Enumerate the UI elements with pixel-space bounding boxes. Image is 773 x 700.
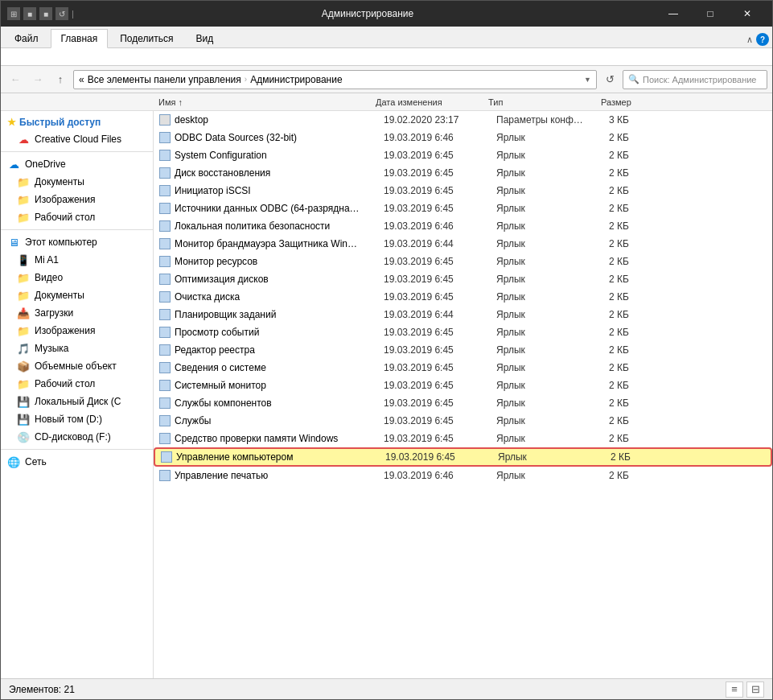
sidebar-item-onedrive[interactable]: ☁ OneDrive bbox=[1, 155, 153, 173]
sidebar-item-cd-drive[interactable]: 💿 CD-дисковод (F:) bbox=[1, 428, 153, 446]
up-button[interactable]: ↑ bbox=[51, 70, 70, 89]
table-row[interactable]: Оптимизация дисков19.03.2019 6:45Ярлык2 … bbox=[154, 270, 772, 288]
file-icon bbox=[158, 113, 171, 126]
table-row[interactable]: Средство проверки памяти Windows19.03.20… bbox=[154, 430, 772, 447]
table-row[interactable]: System Configuration19.03.2019 6:45Ярлык… bbox=[154, 146, 772, 164]
explorer-window: ⊞ ■ ■ ↺ | Администрирование — □ ✕ Файл Г… bbox=[0, 0, 773, 700]
close-button[interactable]: ✕ bbox=[729, 1, 766, 27]
file-icon bbox=[158, 361, 171, 374]
file-name: Планировщик заданий bbox=[175, 309, 384, 320]
file-icon bbox=[158, 149, 171, 162]
phone-icon: 📱 bbox=[17, 253, 30, 266]
col-name-header[interactable]: Имя ↑ bbox=[158, 97, 376, 107]
file-type: Ярлык bbox=[496, 185, 609, 196]
sidebar-item-local-disk[interactable]: 💾 Локальный Диск (С bbox=[1, 393, 153, 410]
detail-view-button[interactable]: ⊟ bbox=[746, 681, 764, 698]
sidebar-item-volume-d[interactable]: 💾 Новый том (D:) bbox=[1, 410, 153, 428]
window-title: Администрирование bbox=[80, 8, 655, 19]
table-row[interactable]: Службы компонентов19.03.2019 6:45Ярлык2 … bbox=[154, 394, 772, 412]
file-name: Просмотр событий bbox=[175, 327, 384, 338]
table-row[interactable]: Системный монитор19.03.2019 6:45Ярлык2 К… bbox=[154, 377, 772, 394]
file-icon bbox=[160, 451, 173, 463]
sidebar-item-images[interactable]: 📁 Изображения bbox=[1, 322, 153, 340]
file-icon bbox=[158, 202, 171, 215]
refresh-button[interactable]: ↺ bbox=[600, 70, 619, 89]
tab-view[interactable]: Вид bbox=[185, 29, 224, 47]
table-row[interactable]: Управление печатью19.03.2019 6:46Ярлык2 … bbox=[154, 467, 772, 484]
col-type-header[interactable]: Тип bbox=[488, 97, 601, 107]
address-admin: Администрирование bbox=[250, 74, 342, 85]
table-row[interactable]: ODBC Data Sources (32-bit)19.03.2019 6:4… bbox=[154, 129, 772, 146]
folder-icon-desktop2: 📁 bbox=[17, 377, 30, 390]
quick-access-label: Быстрый доступ bbox=[19, 117, 101, 128]
tab-share[interactable]: Поделиться bbox=[109, 29, 183, 47]
table-row[interactable]: Службы19.03.2019 6:45Ярлык2 КБ bbox=[154, 412, 772, 430]
minimize-button[interactable]: — bbox=[655, 1, 692, 27]
file-date: 19.03.2019 6:45 bbox=[384, 274, 496, 285]
documents-label: Документы bbox=[35, 290, 84, 301]
sidebar-item-3d-objects[interactable]: 📦 Объемные объект bbox=[1, 357, 153, 375]
file-icon bbox=[158, 184, 171, 197]
help-icon[interactable]: ? bbox=[756, 33, 769, 46]
table-row[interactable]: Управление компьютером19.03.2019 6:45Ярл… bbox=[154, 447, 772, 467]
file-icon bbox=[158, 167, 171, 179]
list-view-button[interactable]: ≡ bbox=[726, 681, 743, 698]
table-row[interactable]: Локальная политика безопасности19.03.201… bbox=[154, 217, 772, 235]
table-row[interactable]: Планировщик заданий19.03.2019 6:44Ярлык2… bbox=[154, 306, 772, 323]
documents-od-label: Документы bbox=[35, 176, 84, 187]
col-date-header[interactable]: Дата изменения bbox=[376, 97, 488, 107]
sidebar-item-this-pc[interactable]: 🖥 Этот компьютер bbox=[1, 233, 153, 251]
table-row[interactable]: Редактор реестра19.03.2019 6:45Ярлык2 КБ bbox=[154, 341, 772, 359]
sidebar-item-quick-access[interactable]: ★ Быстрый доступ bbox=[1, 114, 153, 130]
address-bar[interactable]: « Все элементы панели управления › Админ… bbox=[73, 70, 597, 89]
sidebar-item-network[interactable]: 🌐 Сеть bbox=[1, 453, 153, 471]
table-row[interactable]: Сведения о системе19.03.2019 6:45Ярлык2 … bbox=[154, 359, 772, 377]
file-type: Параметры конф… bbox=[496, 114, 609, 126]
sidebar-item-music[interactable]: 🎵 Музыка bbox=[1, 340, 153, 357]
this-pc-label: Этот компьютер bbox=[25, 237, 97, 248]
col-size-header[interactable]: Размер bbox=[601, 97, 665, 107]
search-box[interactable]: 🔍 Поиск: Администрирование bbox=[623, 70, 767, 89]
col-name-sort-icon: ↑ bbox=[178, 97, 183, 107]
app-icon: ⊞ bbox=[7, 7, 20, 20]
tab-home[interactable]: Главная bbox=[51, 29, 109, 48]
file-date: 19.03.2019 6:45 bbox=[384, 433, 496, 444]
file-date: 19.03.2019 6:45 bbox=[384, 380, 496, 391]
downloads-icon: 📥 bbox=[17, 307, 30, 319]
file-type: Ярлык bbox=[496, 397, 609, 409]
table-row[interactable]: Инициатор iSCSI19.03.2019 6:45Ярлык2 КБ bbox=[154, 182, 772, 200]
table-row[interactable]: Монитор ресурсов19.03.2019 6:45Ярлык2 КБ bbox=[154, 253, 772, 270]
table-row[interactable]: Просмотр событий19.03.2019 6:45Ярлык2 КБ bbox=[154, 323, 772, 341]
sidebar-item-creative-cloud[interactable]: ☁ Creative Cloud Files bbox=[1, 130, 153, 148]
cd-drive-label: CD-дисковод (F:) bbox=[35, 431, 111, 443]
tab-file[interactable]: Файл bbox=[4, 29, 49, 47]
sidebar-item-desktop-pc[interactable]: 📁 Рабочий стол bbox=[1, 375, 153, 393]
sidebar-item-documents[interactable]: 📁 Документы bbox=[1, 286, 153, 304]
maximize-button[interactable]: □ bbox=[692, 1, 729, 27]
file-icon bbox=[158, 414, 171, 427]
table-row[interactable]: Диск восстановления19.03.2019 6:45Ярлык2… bbox=[154, 164, 772, 182]
file-date: 19.03.2019 6:44 bbox=[384, 309, 496, 320]
music-label: Музыка bbox=[35, 343, 68, 354]
table-row[interactable]: desktop19.02.2020 23:17Параметры конф…3 … bbox=[154, 111, 772, 129]
file-size: 2 КБ bbox=[609, 220, 673, 232]
sidebar-item-downloads[interactable]: 📥 Загрузки bbox=[1, 304, 153, 322]
file-type: Ярлык bbox=[496, 433, 609, 444]
sidebar-item-video[interactable]: 📁 Видео bbox=[1, 269, 153, 286]
sidebar-item-images-od[interactable]: 📁 Изображения bbox=[1, 191, 153, 208]
forward-button[interactable]: → bbox=[28, 70, 47, 89]
table-row[interactable]: Очистка диска19.03.2019 6:45Ярлык2 КБ bbox=[154, 288, 772, 306]
back-button[interactable]: ← bbox=[6, 70, 25, 89]
table-row[interactable]: Источники данных ODBC (64-разрядна…19.03… bbox=[154, 200, 772, 217]
file-name: Редактор реестра bbox=[175, 344, 384, 356]
sidebar-item-desktop-od[interactable]: 📁 Рабочий стол bbox=[1, 208, 153, 226]
title-bar-controls[interactable]: — □ ✕ bbox=[655, 1, 766, 27]
file-size: 2 КБ bbox=[609, 380, 673, 391]
sidebar-item-mi-a1[interactable]: 📱 Mi A1 bbox=[1, 251, 153, 269]
file-date: 19.03.2019 6:45 bbox=[384, 203, 496, 214]
sidebar-item-documents-od[interactable]: 📁 Документы bbox=[1, 173, 153, 191]
file-name: Системный монитор bbox=[175, 380, 384, 391]
file-date: 19.03.2019 6:45 bbox=[384, 150, 496, 161]
address-dropdown-icon[interactable]: ▼ bbox=[584, 76, 591, 84]
table-row[interactable]: Монитор брандмауэра Защитника Win…19.03.… bbox=[154, 235, 772, 253]
